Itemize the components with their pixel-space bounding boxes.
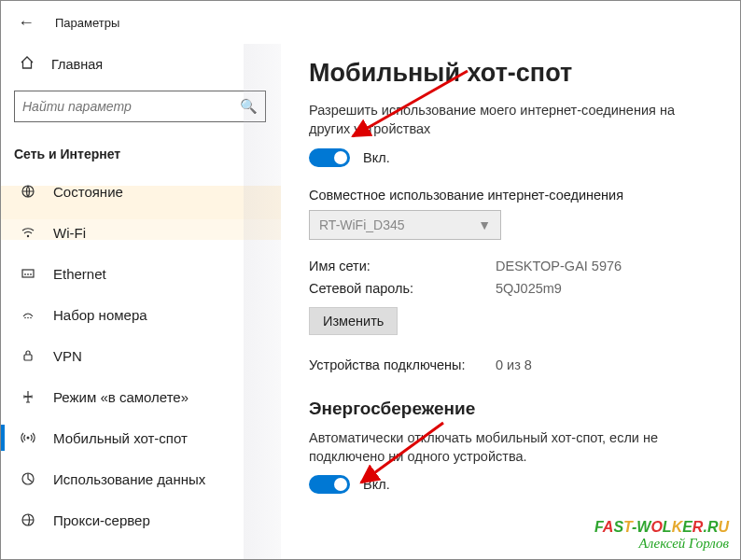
sidebar-item-label: Wi-Fi	[53, 225, 86, 241]
power-saving-title: Энергосбережение	[309, 399, 721, 419]
wifi-icon	[20, 225, 36, 240]
svg-point-7	[27, 437, 30, 440]
sidebar: Главная 🔍 Сеть и Интернет Состояние Wi-F…	[1, 44, 281, 560]
sidebar-item-hotspot[interactable]: Мобильный хот-спот	[1, 417, 281, 458]
devices-connected-value: 0 из 8	[496, 357, 721, 372]
watermark-line1: FAST-WOLKER.RU	[594, 519, 729, 536]
watermark-line2: Алексей Горлов	[594, 536, 729, 552]
sidebar-item-status[interactable]: Состояние	[1, 171, 281, 212]
settings-header: ← Параметры	[1, 1, 741, 44]
search-field[interactable]	[22, 99, 240, 114]
sidebar-item-airplane[interactable]: Режим «в самолете»	[1, 376, 281, 417]
back-icon[interactable]: ←	[18, 13, 35, 33]
svg-point-1	[27, 235, 29, 237]
main-content: Мобильный хот-спот Разрешить использован…	[281, 44, 741, 560]
share-from-combobox[interactable]: RT-WiFi_D345 ▼	[309, 210, 501, 240]
svg-point-5	[30, 317, 32, 319]
svg-point-4	[27, 317, 29, 319]
header-title: Параметры	[55, 16, 119, 30]
devices-connected-label: Устройства подключены:	[309, 357, 496, 372]
sidebar-item-datausage[interactable]: Использование данных	[1, 458, 281, 499]
vpn-icon	[20, 348, 36, 363]
globe-icon	[20, 184, 36, 199]
svg-rect-6	[24, 355, 32, 360]
share-description: Разрешить использование моего интернет-с…	[309, 101, 710, 139]
share-toggle[interactable]	[309, 148, 350, 167]
network-password-label: Сетевой пароль:	[309, 281, 496, 296]
share-from-label: Совместное использование интернет-соедин…	[309, 188, 721, 203]
network-name-label: Имя сети:	[309, 259, 496, 273]
sidebar-item-label: Использование данных	[53, 471, 205, 487]
proxy-icon	[20, 512, 36, 527]
sidebar-item-dialup[interactable]: Набор номера	[1, 294, 281, 335]
sidebar-item-label: Состояние	[53, 184, 123, 200]
data-icon	[20, 471, 36, 486]
search-input[interactable]: 🔍	[14, 91, 266, 122]
edit-button[interactable]: Изменить	[309, 307, 398, 335]
chevron-down-icon: ▼	[478, 217, 491, 232]
sidebar-item-label: VPN	[53, 348, 82, 364]
power-saving-desc: Автоматически отключать мобильный хот-сп…	[309, 428, 710, 467]
sidebar-item-vpn[interactable]: VPN	[1, 335, 281, 376]
dialup-icon	[20, 307, 36, 322]
network-name-value: DESKTOP-GAI 5976	[496, 259, 721, 273]
svg-point-3	[24, 317, 26, 319]
sidebar-home[interactable]: Главная	[1, 48, 281, 81]
airplane-icon	[20, 389, 36, 404]
home-icon	[20, 55, 35, 74]
combobox-value: RT-WiFi_D345	[319, 217, 405, 232]
page-title: Мобильный хот-спот	[309, 59, 721, 88]
sidebar-item-label: Мобильный хот-спот	[53, 430, 188, 446]
sidebar-item-label: Прокси-сервер	[53, 512, 150, 528]
sidebar-item-proxy[interactable]: Прокси-сервер	[1, 499, 281, 540]
sidebar-item-ethernet[interactable]: Ethernet	[1, 253, 281, 294]
sidebar-item-wifi[interactable]: Wi-Fi	[1, 212, 281, 253]
toggle-state: Вкл.	[363, 150, 390, 165]
sidebar-item-label: Набор номера	[53, 307, 147, 323]
watermark: FAST-WOLKER.RU Алексей Горлов	[594, 519, 729, 552]
sidebar-item-label: Режим «в самолете»	[53, 389, 189, 405]
toggle-state: Вкл.	[363, 477, 390, 492]
search-icon: 🔍	[240, 98, 258, 115]
sidebar-home-label: Главная	[51, 57, 103, 72]
ethernet-icon	[20, 266, 36, 281]
sidebar-category: Сеть и Интернет	[1, 122, 281, 171]
network-password-value: 5QJ025m9	[496, 281, 721, 296]
sidebar-item-label: Ethernet	[53, 266, 106, 282]
hotspot-icon	[20, 430, 36, 445]
power-saving-toggle[interactable]	[309, 475, 350, 494]
